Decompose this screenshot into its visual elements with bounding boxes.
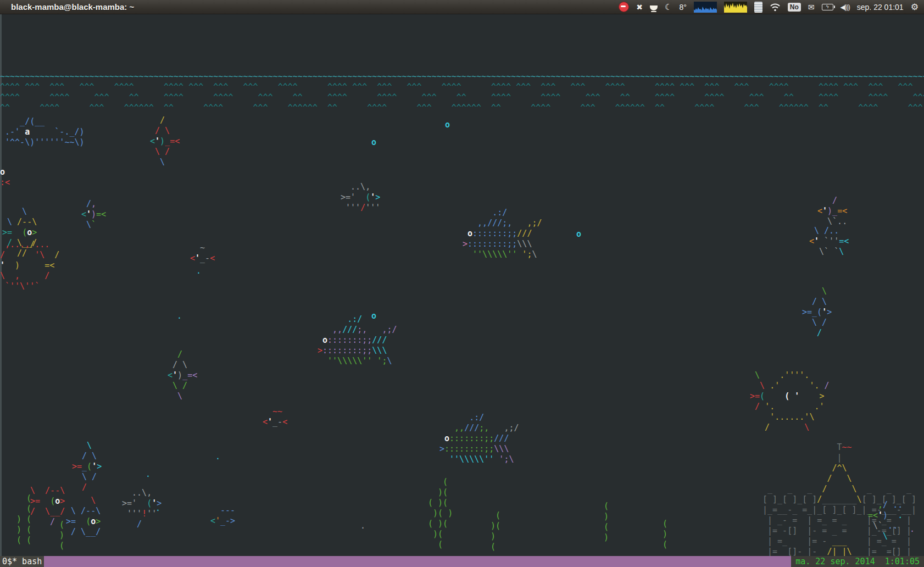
temperature-indicator[interactable]: 8° xyxy=(679,3,686,12)
seaweed-3: ( )( ( )( )( ) ( )( )( ( xyxy=(423,477,453,550)
fish-castle: ,/ .. =<') . \` .. \ xyxy=(868,500,903,542)
dot-4: . xyxy=(146,469,151,480)
water-surface: ~~~~~~~~~~~~~~~~~~~~~~~~~~~~~~~~~~~~~~~~… xyxy=(0,71,924,82)
coffee-cup-icon[interactable] xyxy=(650,5,658,10)
dot-2: . xyxy=(177,311,182,321)
system-tray: ✖ ☾ 8° No ✉ ϟ ◀))) sep. 22 01:01 ⚙ xyxy=(619,2,919,13)
terminal-screen[interactable]: ~~~~~~~~~~~~~~~~~~~~~~~~~~~~~~~~~~~~~~~~… xyxy=(0,14,924,556)
cpu-graph-icon[interactable] xyxy=(724,2,747,13)
fish-big-cyan: .:/ ,,///;, ,;/ o:::::::;;/// >::::::::;… xyxy=(318,314,397,366)
status-bar-fill xyxy=(44,556,791,567)
fish-diamond-green: / / \ <')_=< \ / \ xyxy=(163,349,197,402)
fish-big-blue: .:/ ,,///;, ,;/ o:::::::;;/// >::::::::;… xyxy=(463,208,542,260)
battery-icon[interactable]: ϟ xyxy=(822,4,833,10)
session-gear-icon[interactable]: ⚙ xyxy=(911,2,919,12)
notes-icon[interactable] xyxy=(754,2,762,13)
fish-big-green: .:/ ,,///;, ,;/ o:::::::;;/// >::::::::;… xyxy=(439,413,519,465)
fish-c: \ \ /--\ >= (o> / \__/ xyxy=(66,496,101,537)
wave-row-1: ^^^^ ^^^ ^^^ ^^^ ^^^^ ^^^^ ^^^ ^^^ ^^^ ^… xyxy=(0,82,924,92)
skype-status-icon[interactable] xyxy=(619,2,629,12)
wave-row-3: ^^ ^^^^ ^^^ ^^^^^^ ^^ ^^^^ ^^^ ^^^^^^ ^^… xyxy=(0,103,924,113)
volume-icon[interactable]: ◀))) xyxy=(840,3,850,11)
bubble-1: o xyxy=(445,120,450,130)
keyboard-layout-indicator[interactable]: No xyxy=(788,3,801,12)
fish-rainbow: \ .''''. \ .' '. / >=( ( ' > / '. .' '..… xyxy=(745,370,830,433)
fish-red-outline: ,...,/... / '\ / ' ) =< \ , / `''\''` xyxy=(0,240,59,292)
fish-a: \ / \ >=_('> \ / / xyxy=(72,441,102,493)
fish-tiny-3: --- <'_-> xyxy=(210,505,235,526)
close-app-icon[interactable]: ✖ xyxy=(636,3,643,12)
fish-gray-1: ..\, >=' ('> '''/''' xyxy=(341,182,380,213)
seaweed-6: ( ) ( xyxy=(663,519,667,550)
dot-7: . xyxy=(910,524,915,535)
fish-lure: _/(__ .-' a `-._/) '^^-\)''''''~~\) xyxy=(0,116,85,148)
fish-diamond-blue: \ / \ >=_('> \ / / xyxy=(802,286,832,338)
fish-diamond-red: / / \ <')_=< \ / \ xyxy=(145,115,180,168)
fish-tiny-1: ~ <'_-< xyxy=(190,243,215,264)
seaweed-4: ( )( ) ( xyxy=(491,510,500,552)
dot-5: . xyxy=(155,503,160,514)
window-title: black-mamba@black-mamba: ~ xyxy=(5,2,134,12)
status-window-label: 0$* bash xyxy=(0,556,44,567)
desktop: { "top_bar": { "title": "black-mamba@bla… xyxy=(0,0,924,567)
fish-edge: o :< xyxy=(0,167,10,188)
moon-weather-icon[interactable]: ☾ xyxy=(665,2,672,12)
top-panel: black-mamba@black-mamba: ~ ✖ ☾ 8° No ✉ ϟ… xyxy=(0,0,924,14)
seaweed-1: ( ( ) ( ) ( ( ( xyxy=(16,493,31,546)
clock-indicator[interactable]: sep. 22 01:01 xyxy=(857,3,904,12)
seaweed-2: ( ) ( xyxy=(59,520,64,551)
battery-bolt-icon: ϟ xyxy=(826,4,829,9)
seaweed-5: ( ) ( ) xyxy=(604,501,609,543)
dot-6: . xyxy=(360,521,365,531)
mail-icon[interactable]: ✉ xyxy=(808,3,815,12)
fish-small-left: /, <')=< \` xyxy=(81,199,106,230)
fish-tiny-2: ~~ <'_-< xyxy=(263,407,287,427)
bubble-2: o xyxy=(371,137,376,148)
wifi-icon[interactable] xyxy=(770,3,781,12)
bubble-3: o xyxy=(576,229,581,240)
wave-row-2: ^^^^ ^^^^ ^^^ ^^ ^^^^ ^^^^ ^^^ ^^ ^^^^ ^… xyxy=(0,92,924,103)
fish-r1: / <')_=< \`.. xyxy=(817,196,847,227)
fish-r2: \ /.. <' `''=< \` `\ xyxy=(809,226,849,257)
dot-1: . xyxy=(196,266,201,276)
screen-status-bar: 0$* bash ma. 22 sep. 2014 1:01:05 xyxy=(0,556,924,567)
dot-3: . xyxy=(215,452,220,462)
status-datetime: ma. 22 sep. 2014 1:01:05 xyxy=(791,556,924,567)
network-graph-icon[interactable] xyxy=(694,2,717,13)
